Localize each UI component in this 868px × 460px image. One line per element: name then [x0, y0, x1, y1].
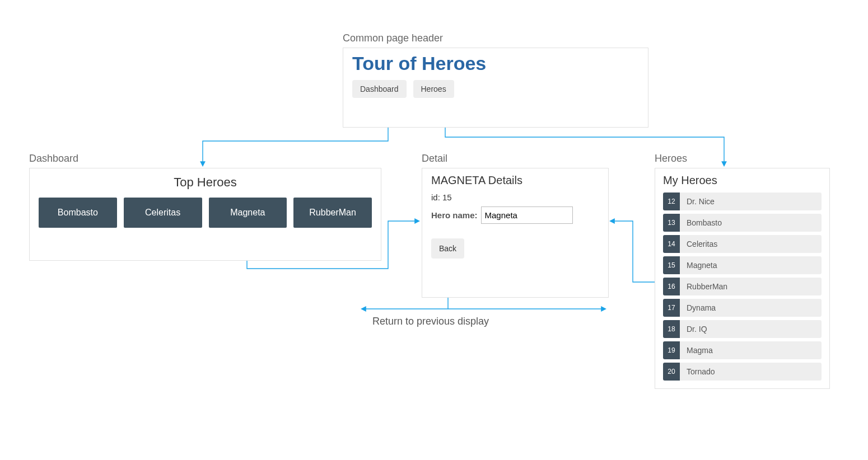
top-heroes-tiles: BombastoCeleritasMagnetaRubberMan: [39, 198, 372, 228]
hero-name: Magma: [687, 346, 713, 355]
heroes-title: My Heroes: [663, 174, 822, 187]
hero-name: Tornado: [687, 367, 715, 376]
hero-tile-bombasto[interactable]: Bombasto: [39, 198, 117, 228]
hero-name: Magneta: [687, 261, 717, 270]
nav-dashboard-button[interactable]: Dashboard: [352, 80, 407, 98]
hero-id-badge: 16: [663, 278, 680, 295]
hero-list-item[interactable]: 14Celeritas: [663, 235, 822, 253]
detail-section-label: Detail: [422, 153, 447, 165]
dashboard-section-label: Dashboard: [29, 153, 78, 165]
hero-list-item[interactable]: 20Tornado: [663, 363, 822, 381]
header-panel: Tour of Heroes Dashboard Heroes: [343, 48, 648, 128]
detail-id-value: 15: [442, 193, 452, 202]
hero-id-badge: 12: [663, 193, 680, 210]
hero-list-item[interactable]: 17Dynama: [663, 299, 822, 317]
heroes-panel: My Heroes 12Dr. Nice13Bombasto14Celerita…: [655, 168, 830, 389]
hero-name: RubberMan: [687, 282, 727, 291]
hero-id-badge: 19: [663, 341, 680, 359]
nav-heroes-button[interactable]: Heroes: [413, 80, 454, 98]
detail-title: MAGNETA Details: [431, 174, 599, 187]
hero-id-badge: 20: [663, 363, 680, 381]
detail-name-label: Hero name:: [431, 210, 478, 220]
dashboard-panel: Top Heroes BombastoCeleritasMagnetaRubbe…: [29, 168, 381, 261]
hero-tile-rubberman[interactable]: RubberMan: [293, 198, 372, 228]
hero-list-item[interactable]: 16RubberMan: [663, 278, 822, 295]
hero-id-badge: 18: [663, 320, 680, 338]
hero-tile-celeritas[interactable]: Celeritas: [124, 198, 202, 228]
hero-id-badge: 15: [663, 256, 680, 274]
hero-id-badge: 17: [663, 299, 680, 317]
hero-name: Dynama: [687, 303, 716, 312]
hero-name: Dr. IQ: [687, 325, 707, 334]
hero-name-input[interactable]: [481, 206, 573, 224]
hero-list: 12Dr. Nice13Bombasto14Celeritas15Magneta…: [663, 193, 822, 381]
return-annotation: Return to previous display: [372, 316, 489, 327]
back-button[interactable]: Back: [431, 238, 464, 259]
hero-list-item[interactable]: 12Dr. Nice: [663, 193, 822, 210]
detail-panel: MAGNETA Details id: 15 Hero name: Back: [422, 168, 609, 298]
hero-name: Bombasto: [687, 218, 722, 227]
detail-id-label: id:: [431, 193, 440, 202]
hero-name: Celeritas: [687, 240, 717, 248]
hero-tile-magneta[interactable]: Magneta: [209, 198, 287, 228]
hero-list-item[interactable]: 18Dr. IQ: [663, 320, 822, 338]
detail-id-row: id: 15: [431, 193, 599, 202]
hero-id-badge: 13: [663, 214, 680, 232]
hero-list-item[interactable]: 13Bombasto: [663, 214, 822, 232]
hero-list-item[interactable]: 19Magma: [663, 341, 822, 359]
heroes-section-label: Heroes: [655, 153, 687, 165]
dashboard-title: Top Heroes: [39, 175, 372, 190]
app-title: Tour of Heroes: [352, 53, 639, 74]
hero-name: Dr. Nice: [687, 197, 715, 206]
header-section-label: Common page header: [343, 32, 443, 44]
hero-list-item[interactable]: 15Magneta: [663, 256, 822, 274]
hero-id-badge: 14: [663, 235, 680, 253]
